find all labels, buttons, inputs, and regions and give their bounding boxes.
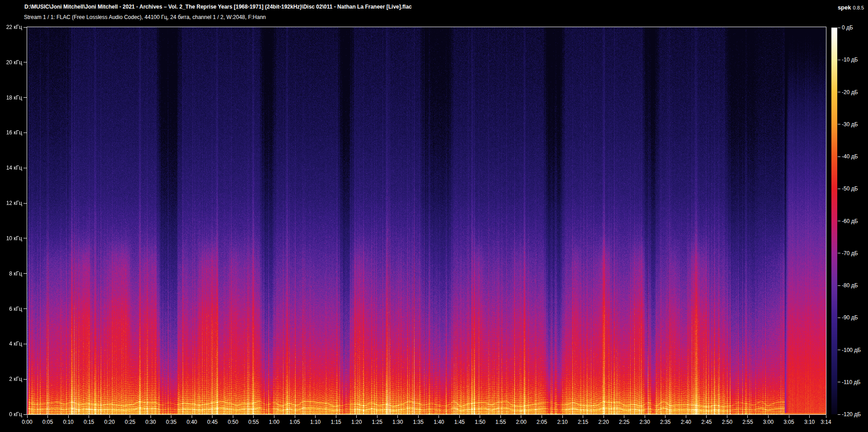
time-tick	[665, 415, 665, 418]
time-tick	[686, 415, 686, 418]
time-tick	[377, 415, 377, 418]
time-tick	[645, 415, 645, 418]
db-tick	[838, 382, 840, 382]
db-tick-label: -110 дБ	[842, 379, 860, 385]
db-tick-label: -80 дБ	[842, 282, 858, 289]
time-tick-label: 1:55	[489, 419, 512, 425]
time-tick-label: 0:30	[139, 419, 162, 425]
db-tick	[838, 221, 840, 221]
time-tick-label: 1:10	[304, 419, 327, 425]
time-tick	[192, 415, 192, 418]
spek-window: { "header": { "file_path": "D:\\MUSIC\\J…	[0, 0, 868, 432]
freq-tick-label: 12 кГц	[0, 200, 22, 206]
freq-tick	[24, 273, 27, 274]
time-tick-label: 2:30	[633, 419, 656, 425]
time-tick	[624, 415, 624, 418]
db-tick-label: -90 дБ	[842, 314, 858, 321]
time-tick	[583, 415, 583, 418]
freq-tick-label: 2 кГц	[0, 376, 22, 382]
db-tick	[838, 60, 840, 60]
freq-tick-label: 20 кГц	[0, 59, 22, 66]
time-tick-label: 2:00	[510, 419, 533, 425]
freq-tick	[24, 309, 27, 309]
time-tick-label: 0:40	[180, 419, 203, 425]
db-tick-label: -20 дБ	[842, 89, 858, 95]
time-tick	[459, 415, 460, 418]
freq-tick	[24, 97, 27, 98]
time-tick	[439, 415, 439, 418]
freq-tick-label: 4 кГц	[0, 341, 22, 347]
time-tick-label: 1:50	[469, 419, 491, 425]
time-tick	[727, 415, 727, 418]
time-tick	[826, 415, 826, 418]
db-tick-label: -100 дБ	[842, 347, 861, 353]
db-tick-label: -10 дБ	[842, 57, 858, 63]
freq-tick	[24, 344, 27, 344]
time-tick-label: 0:20	[98, 419, 121, 425]
freq-tick	[24, 203, 27, 204]
time-tick	[789, 415, 789, 418]
freq-tick-label: 10 кГц	[0, 235, 22, 242]
freq-tick	[24, 62, 27, 62]
db-tick	[838, 157, 840, 157]
time-tick-label: 2:05	[531, 419, 553, 425]
time-tick	[809, 415, 810, 418]
time-tick-label: 2:10	[551, 419, 574, 425]
time-tick-label: 3:14	[815, 419, 837, 425]
db-tick-label: -60 дБ	[842, 218, 858, 224]
time-tick-label: 2:35	[654, 419, 677, 425]
db-tick	[838, 318, 840, 318]
time-tick	[68, 415, 69, 418]
time-tick-label: 2:15	[572, 419, 594, 425]
time-tick-label: 1:15	[325, 419, 347, 425]
freq-tick	[24, 133, 27, 133]
time-tick	[356, 415, 357, 418]
db-tick	[838, 285, 840, 286]
time-tick-label: 0:35	[160, 419, 183, 425]
file-path-title: D:\MUSIC\Joni Mitchell\Joni Mitchell - 2…	[24, 4, 412, 10]
time-tick	[109, 415, 110, 418]
time-tick-label: 1:35	[407, 419, 429, 425]
app-name: spek	[838, 4, 851, 11]
time-tick	[480, 415, 480, 418]
time-tick-label: 0:10	[57, 419, 80, 425]
time-tick-label: 1:05	[283, 419, 306, 425]
db-tick-label: -40 дБ	[842, 153, 858, 160]
db-tick	[838, 124, 840, 124]
time-tick-label: 1:45	[448, 419, 471, 425]
db-tick	[838, 28, 840, 28]
time-tick	[747, 415, 748, 418]
time-tick-label: 2:55	[736, 419, 759, 425]
db-tick-label: -50 дБ	[842, 185, 858, 192]
freq-tick	[24, 379, 27, 380]
time-tick-label: 1:25	[366, 419, 388, 425]
time-tick-label: 0:50	[222, 419, 244, 425]
db-tick	[838, 189, 840, 189]
time-tick-label: 1:30	[387, 419, 409, 425]
time-tick-label: 2:20	[592, 419, 615, 425]
time-tick	[151, 415, 151, 418]
time-tick-label: 1:00	[263, 419, 285, 425]
time-tick-label: 2:25	[613, 419, 636, 425]
time-tick-label: 0:05	[37, 419, 59, 425]
app-version: 0.8.5	[853, 5, 864, 10]
db-tick	[838, 253, 840, 253]
time-tick	[130, 415, 130, 418]
db-tick	[838, 92, 840, 92]
time-tick	[315, 415, 316, 418]
freq-tick	[24, 27, 27, 28]
time-tick-label: 0:15	[78, 419, 100, 425]
time-tick	[233, 415, 233, 418]
db-colorbar	[831, 28, 837, 414]
time-tick	[89, 415, 89, 418]
freq-tick-label: 0 кГц	[0, 411, 22, 418]
time-tick	[274, 415, 274, 418]
freq-tick-label: 16 кГц	[0, 129, 22, 136]
time-tick	[253, 415, 254, 418]
time-tick	[295, 415, 295, 418]
db-tick-label: -120 дБ	[842, 411, 861, 418]
time-tick-label: 1:40	[428, 419, 450, 425]
spectrogram-canvas	[27, 27, 826, 414]
time-tick-label: 3:05	[778, 419, 800, 425]
time-tick	[171, 415, 171, 418]
